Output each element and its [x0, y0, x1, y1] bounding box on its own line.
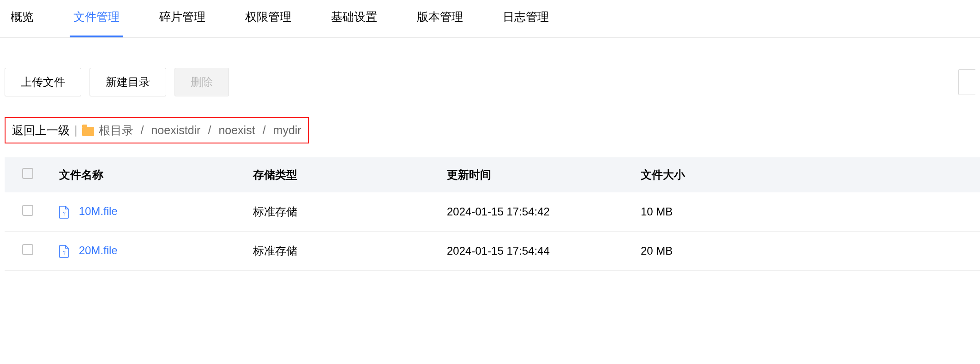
breadcrumb-separator: /: [260, 124, 269, 137]
tab-permission-management[interactable]: 权限管理: [241, 0, 295, 37]
tab-version-management[interactable]: 版本管理: [413, 0, 467, 37]
tab-fragment-management[interactable]: 碎片管理: [156, 0, 209, 37]
storage-type: 标准存储: [245, 192, 439, 232]
svg-text:?: ?: [63, 211, 66, 216]
file-name-link[interactable]: 10M.file: [79, 205, 118, 217]
storage-type: 标准存储: [245, 232, 439, 271]
toolbar: 上传文件 新建目录 删除: [0, 38, 980, 96]
new-directory-button[interactable]: 新建目录: [90, 68, 166, 96]
tab-file-management[interactable]: 文件管理: [70, 0, 123, 37]
breadcrumb-root[interactable]: 根目录: [99, 123, 133, 138]
file-name-link[interactable]: 20M.file: [79, 244, 118, 257]
file-icon: ?: [59, 206, 69, 219]
breadcrumb-item-0[interactable]: noexistdir: [151, 124, 200, 137]
right-panel-button[interactable]: [958, 69, 975, 95]
header-size: 文件大小: [632, 157, 980, 192]
file-size: 20 MB: [632, 232, 980, 271]
select-all-checkbox[interactable]: [22, 168, 33, 179]
table-row: ? 20M.file 标准存储 2024-01-15 17:54:44 20 M…: [5, 232, 980, 271]
delete-button: 删除: [174, 68, 229, 96]
file-table: 文件名称 存储类型 更新时间 文件大小 ? 10M.file 标准存储 2024…: [5, 157, 980, 271]
breadcrumb-item-1[interactable]: noexist: [218, 124, 255, 137]
breadcrumb-separator: /: [205, 124, 214, 137]
breadcrumb-separator: /: [138, 124, 147, 137]
header-type: 存储类型: [245, 157, 439, 192]
folder-icon: [82, 127, 94, 136]
table-row: ? 10M.file 标准存储 2024-01-15 17:54:42 10 M…: [5, 192, 980, 232]
file-size: 10 MB: [632, 192, 980, 232]
back-up-link[interactable]: 返回上一级: [12, 123, 70, 138]
upload-file-button[interactable]: 上传文件: [5, 68, 81, 96]
tab-log-management[interactable]: 日志管理: [499, 0, 553, 37]
tab-overview[interactable]: 概览: [7, 0, 37, 37]
breadcrumb-current: mydir: [273, 124, 301, 137]
svg-text:?: ?: [63, 251, 66, 256]
file-icon: ?: [59, 245, 69, 258]
update-time: 2024-01-15 17:54:42: [439, 192, 632, 232]
row-checkbox[interactable]: [22, 244, 33, 255]
update-time: 2024-01-15 17:54:44: [439, 232, 632, 271]
header-name: 文件名称: [51, 157, 245, 192]
tabs-nav: 概览 文件管理 碎片管理 权限管理 基础设置 版本管理 日志管理: [0, 0, 980, 38]
breadcrumb-separator-pipe: |: [74, 124, 78, 137]
breadcrumb: 返回上一级 | 根目录 / noexistdir / noexist / myd…: [5, 117, 309, 143]
row-checkbox[interactable]: [22, 205, 33, 216]
header-time: 更新时间: [439, 157, 632, 192]
tab-basic-settings[interactable]: 基础设置: [327, 0, 381, 37]
